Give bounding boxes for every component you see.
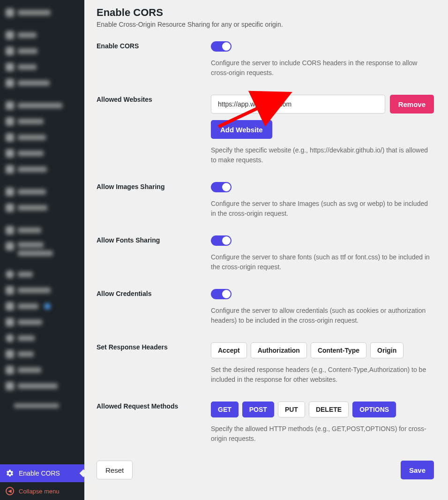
request-method-chip-delete[interactable]: DELETE — [309, 402, 349, 417]
enable-cors-toggle[interactable] — [211, 41, 231, 52]
gear-icon — [6, 469, 14, 477]
response-headers-help: Set the desired response headers (e.g., … — [211, 365, 434, 385]
allow-images-toggle[interactable] — [211, 182, 231, 192]
page-title: Enable CORS — [97, 7, 434, 19]
allowed-websites-label: Allowed Websites — [97, 95, 211, 165]
enable-cors-help: Configure the server to include CORS hea… — [211, 58, 434, 78]
allow-fonts-help: Configure the server to share fonts (suc… — [211, 252, 434, 272]
allow-fonts-label: Allow Fonts Sharing — [97, 235, 211, 272]
sidebar-blurred-items — [0, 0, 84, 464]
sidebar-collapse-menu[interactable]: ◀ Collapse menu — [0, 482, 84, 500]
collapse-label: Collapse menu — [19, 488, 60, 495]
request-methods-help: Specify the allowed HTTP methods (e.g., … — [211, 424, 434, 444]
allow-credentials-label: Allow Credentials — [97, 289, 211, 326]
request-methods-label: Allowed Request Methods — [97, 402, 211, 444]
response-header-chip-content-type[interactable]: Content-Type — [311, 342, 366, 358]
allow-credentials-toggle[interactable] — [211, 289, 231, 299]
sidebar-bottom: Enable CORS ◀ Collapse menu — [0, 464, 84, 500]
allowed-website-input[interactable] — [211, 95, 385, 114]
save-button[interactable]: Save — [401, 461, 434, 479]
response-header-chip-origin[interactable]: Origin — [370, 342, 403, 358]
admin-sidebar: Enable CORS ◀ Collapse menu — [0, 0, 84, 500]
allowed-websites-help: Specify the specific website (e.g., http… — [211, 145, 434, 165]
allow-fonts-toggle[interactable] — [211, 235, 231, 246]
sidebar-item-enable-cors[interactable]: Enable CORS — [0, 464, 84, 482]
request-method-chip-post[interactable]: POST — [242, 402, 274, 417]
remove-website-button[interactable]: Remove — [390, 95, 434, 114]
request-method-chip-put[interactable]: PUT — [278, 402, 305, 417]
allow-credentials-help: Configure the server to allow credential… — [211, 306, 434, 326]
allow-images-label: Allow Images Sharing — [97, 182, 211, 219]
response-header-chip-accept[interactable]: Accept — [211, 342, 247, 358]
page-subtitle: Enable Cross-Origin Resource Sharing for… — [97, 21, 434, 28]
main-content: Enable CORS Enable Cross-Origin Resource… — [84, 0, 448, 500]
collapse-icon: ◀ — [6, 487, 14, 495]
enable-cors-label: Enable CORS — [97, 41, 211, 78]
request-method-chip-get[interactable]: GET — [211, 402, 239, 417]
request-method-chip-options[interactable]: OPTIONS — [352, 402, 396, 417]
response-header-chip-authorization[interactable]: Authorization — [251, 342, 307, 358]
response-headers-label: Set Response Headers — [97, 342, 211, 385]
sidebar-item-label: Enable CORS — [19, 470, 60, 477]
reset-button[interactable]: Reset — [97, 461, 133, 479]
add-website-button[interactable]: Add Website — [211, 120, 272, 139]
allow-images-help: Configure the server to share Images (su… — [211, 199, 434, 219]
